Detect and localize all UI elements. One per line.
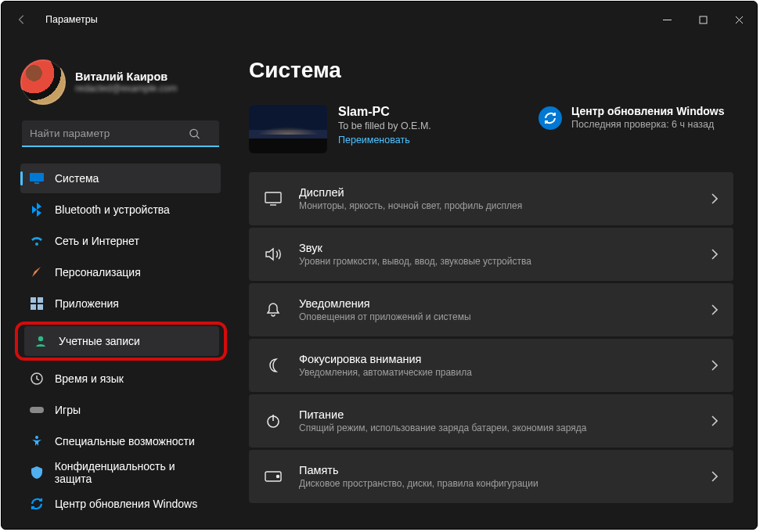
settings-window: Параметры Виталий Каиров redacted@exampl… [1,1,758,530]
sidebar-item-label: Игры [55,404,81,416]
card-title: Питание [299,408,693,421]
sidebar-item-label: Конфиденциальность и защита [55,460,213,485]
sidebar-item-accounts[interactable]: Учетные записи [24,326,219,356]
device-tile[interactable]: Slam-PC To be filled by O.E.M. Переимено… [249,105,531,153]
device-summary-row: Slam-PC To be filled by O.E.M. Переимено… [249,105,733,153]
card-desc: Уведомления, автоматические правила [299,367,693,378]
avatar [20,59,66,105]
svg-point-16 [277,476,279,478]
bluetooth-icon [30,203,44,217]
sidebar-item-privacy[interactable]: Конфиденциальность и защита [20,458,221,487]
svg-rect-7 [31,304,36,310]
sync-icon [30,497,44,511]
svg-rect-6 [38,297,43,303]
sidebar-item-label: Учетные записи [59,335,140,347]
search-box [22,120,221,147]
card-title: Память [299,464,693,476]
update-title: Центр обновления Windows [571,105,725,117]
sidebar-item-system[interactable]: Система [20,164,221,193]
system-card-list: Дисплей Мониторы, яркость, ночной свет, … [249,172,733,503]
close-button[interactable] [721,2,757,38]
display-icon [265,192,282,206]
person-icon [34,334,48,348]
page-title: Система [249,58,733,83]
svg-rect-4 [34,182,39,184]
power-icon [265,413,282,429]
sound-icon [265,247,282,261]
storage-icon [265,471,282,482]
card-desc: Мониторы, яркость, ночной свет, профиль … [299,200,693,211]
sidebar: Виталий Каиров redacted@example.com Сист… [2,38,238,529]
search-icon [189,128,200,140]
svg-rect-3 [30,173,44,182]
svg-point-9 [38,336,43,341]
sidebar-item-label: Сеть и Интернет [55,235,139,247]
sidebar-item-label: Приложения [55,297,119,310]
chevron-right-icon [711,471,718,482]
maximize-button[interactable] [685,2,721,38]
card-title: Дисплей [299,186,693,199]
sidebar-item-personalization[interactable]: Персонализация [20,257,221,287]
svg-rect-11 [30,407,44,413]
monitor-icon [30,171,44,185]
profile-block[interactable]: Виталий Каиров redacted@example.com [20,59,232,105]
card-desc: Уровни громкости, вывод, ввод, звуковые … [299,256,693,267]
rename-link[interactable]: Переименовать [338,135,431,146]
svg-point-2 [190,129,197,136]
sidebar-item-accessibility[interactable]: Специальные возможности [20,426,221,456]
chevron-right-icon [711,249,718,260]
sidebar-item-network[interactable]: Сеть и Интернет [20,226,221,256]
sidebar-item-apps[interactable]: Приложения [20,289,221,318]
wifi-icon [30,234,44,248]
svg-rect-8 [38,304,43,310]
card-notifications[interactable]: Уведомления Оповещения от приложений и с… [249,283,733,336]
shield-icon [30,466,44,480]
sidebar-item-gaming[interactable]: Игры [20,395,221,425]
sidebar-item-label: Время и язык [55,372,124,385]
apps-icon [30,297,44,311]
card-desc: Дисковое пространство, диски, правила ко… [299,478,693,489]
sync-icon [538,106,562,130]
sidebar-item-label: Центр обновления Windows [55,498,197,510]
card-display[interactable]: Дисплей Мониторы, яркость, ночной свет, … [249,172,733,225]
card-title: Звук [299,242,693,254]
device-image [249,105,327,153]
card-focus-assist[interactable]: Фокусировка внимания Уведомления, автома… [249,339,733,392]
svg-point-12 [35,436,38,439]
gamepad-icon [30,403,44,417]
back-button[interactable] [13,2,31,38]
highlight-annotation: Учетные записи [15,322,227,361]
profile-name: Виталий Каиров [75,70,177,83]
profile-email: redacted@example.com [75,83,177,94]
update-last-check: Последняя проверка: 6 ч назад [571,119,725,130]
sidebar-item-time[interactable]: Время и язык [20,364,221,394]
clock-icon [30,372,44,386]
chevron-right-icon [711,360,718,371]
sidebar-item-bluetooth[interactable]: Bluetooth и устройства [20,195,221,225]
minimize-button[interactable] [649,2,685,38]
svg-rect-5 [31,297,36,303]
svg-rect-13 [265,192,281,203]
sidebar-item-label: Система [55,172,99,185]
sidebar-item-label: Персонализация [55,266,141,279]
svg-rect-1 [700,16,707,23]
bell-icon [265,302,282,318]
sidebar-item-label: Специальные возможности [55,435,195,448]
moon-icon [265,358,282,373]
accessibility-icon [30,434,44,448]
device-name: Slam-PC [338,105,431,119]
content-area: Система Slam-PC To be filled by O.E.M. П… [238,38,757,529]
sidebar-item-update[interactable]: Центр обновления Windows [20,489,221,519]
brush-icon [30,265,44,279]
window-title: Параметры [45,14,98,25]
sidebar-item-label: Bluetooth и устройства [55,203,170,216]
card-title: Фокусировка внимания [299,353,693,365]
chevron-right-icon [711,304,718,315]
update-tile[interactable]: Центр обновления Windows Последняя прове… [538,105,733,153]
card-power[interactable]: Питание Спящий режим, использование заря… [249,394,733,448]
chevron-right-icon [711,193,718,204]
card-desc: Оповещения от приложений и системы [299,311,693,322]
card-desc: Спящий режим, использование заряда батар… [299,422,693,433]
card-sound[interactable]: Звук Уровни громкости, вывод, ввод, звук… [249,228,733,281]
card-storage[interactable]: Память Дисковое пространство, диски, пра… [249,450,733,503]
